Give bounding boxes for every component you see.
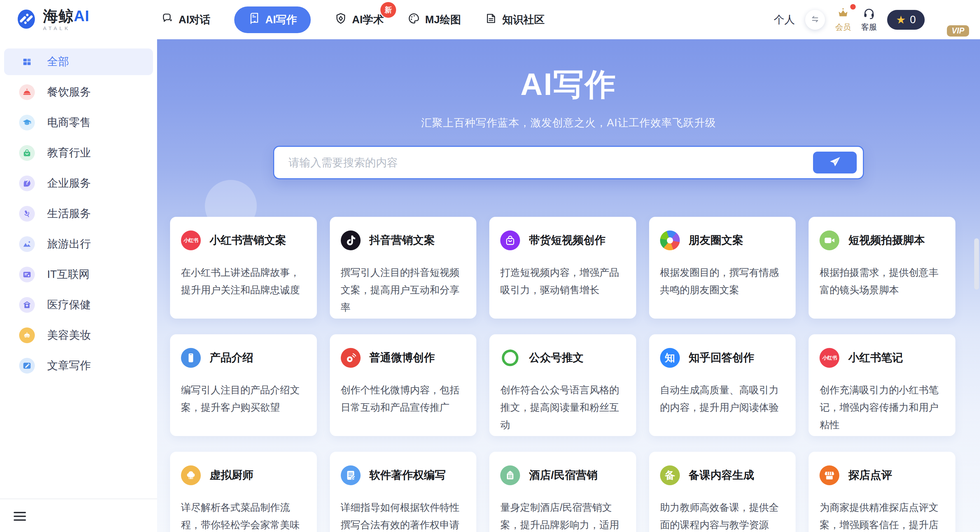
sidebar-item-all[interactable]: 全部: [4, 48, 153, 75]
template-card[interactable]: 知知乎回答创作 自动生成高质量、高吸引力的内容，提升用户阅读体验: [649, 334, 796, 436]
sidebar-item-catering[interactable]: 餐饮服务: [4, 79, 153, 105]
switch-mode-button[interactable]: [805, 10, 825, 30]
points-balance[interactable]: ★ 0: [887, 10, 925, 30]
swap-icon: [810, 14, 820, 25]
template-card[interactable]: 酒店/民宿营销 量身定制酒店/民宿营销文案，提升品牌影响力，适用于: [489, 452, 636, 532]
headset-icon: [862, 7, 875, 21]
template-card[interactable]: 小红书小红书营销文案 在小红书上讲述品牌故事，提升用户关注和品牌忠诚度: [170, 217, 317, 319]
brand-name: 海鲸AI: [43, 8, 89, 24]
sidebar-item-article-writing[interactable]: 文章写作: [4, 352, 153, 379]
decor-circle: [205, 180, 257, 232]
template-card[interactable]: 抖音营销文案 撰写引人注目的抖音短视频文案，提高用户互动和分享率: [330, 217, 477, 319]
document-pencil-icon: [341, 465, 361, 485]
chat-icon: [161, 12, 173, 27]
sidebar-item-medical[interactable]: 医疗保健: [4, 291, 153, 318]
template-card[interactable]: 产品介绍 编写引人注目的产品介绍文案，提升客户购买欲望: [170, 334, 317, 436]
nav-item-ai-academic[interactable]: AI学术 新: [335, 12, 384, 27]
graduation-cap-icon: [19, 115, 35, 131]
sidebar-item-travel[interactable]: 旅游出行: [4, 231, 153, 258]
phone-icon: [181, 348, 201, 368]
beret-icon: [19, 328, 35, 343]
nav-item-ai-chat[interactable]: AI对话: [161, 12, 210, 27]
star-icon: ★: [896, 13, 906, 26]
search-submit-button[interactable]: [813, 151, 857, 174]
pencil-square-icon: [19, 358, 35, 374]
video-camera-icon: [819, 231, 839, 250]
nav-item-ai-writing[interactable]: AI写作: [234, 6, 311, 33]
xiaohongshu-icon: 小红书: [819, 348, 839, 368]
user-avatar[interactable]: VIP: [935, 5, 964, 35]
nav-item-knowledge-community[interactable]: 知识社区: [485, 12, 545, 27]
notification-dot: [850, 4, 856, 10]
top-navbar: 海鲸AI ATALK AI对话 AI写作 AI学术 新 MJ绘图 知识社区 个人: [0, 0, 980, 39]
account-mode-label: 个人: [774, 13, 795, 27]
template-card[interactable]: 小红书小红书笔记 创作充满吸引力的小红书笔记，增强内容传播力和用户粘性: [808, 334, 955, 436]
main-nav: AI对话 AI写作 AI学术 新 MJ绘图 知识社区: [161, 6, 545, 33]
template-card[interactable]: 虚拟厨师 详尽解析各式菜品制作流程，带你轻松学会家常美味: [170, 452, 317, 532]
hospital-icon: [19, 297, 35, 313]
sidebar-item-lifestyle[interactable]: 生活服务: [4, 201, 153, 227]
shopping-bag-icon: [500, 231, 520, 250]
template-card[interactable]: 探店点评 为商家提供精准探店点评文案，增强顾客信任，提升店铺: [808, 452, 955, 532]
brand-tagline: ATALK: [43, 25, 89, 31]
page-title: AI写作: [157, 39, 980, 105]
weibo-icon: [341, 348, 361, 368]
collapse-menu-button[interactable]: [14, 510, 26, 523]
crown-icon: [837, 7, 850, 21]
food-cloche-icon: [19, 84, 35, 100]
chef-hat-icon: [181, 465, 201, 485]
hotel-icon: [500, 465, 520, 485]
brand-logo[interactable]: 海鲸AI ATALK: [16, 8, 89, 31]
community-book-icon: [485, 12, 497, 27]
xiaohongshu-icon: 小红书: [181, 231, 201, 250]
sidebar-divider: [0, 499, 157, 499]
id-card-icon: [19, 267, 35, 282]
points-value: 0: [910, 14, 916, 26]
template-card[interactable]: 朋友圈文案 根据发圈目的，撰写有情感共鸣的朋友圈文案: [649, 217, 796, 319]
palette-icon: [408, 12, 420, 27]
member-button[interactable]: 会员: [835, 7, 851, 32]
new-badge: 新: [380, 2, 396, 18]
scrollbar-thumb[interactable]: [974, 238, 979, 290]
shopping-bag-icon: [19, 145, 35, 161]
search-input[interactable]: [274, 147, 863, 178]
question-bubble-icon: ?: [19, 175, 35, 191]
wechat-swirl-icon: [500, 348, 520, 368]
academic-shield-icon: [335, 12, 347, 27]
sidebar-item-education[interactable]: 教育行业: [4, 140, 153, 166]
template-card[interactable]: 带货短视频创作 打造短视频内容，增强产品吸引力，驱动销售增长: [489, 217, 636, 319]
search-bar: [273, 146, 864, 179]
mountains-icon: [19, 236, 35, 252]
whale-logo-icon: [16, 8, 37, 31]
page-subtitle: 汇聚上百种写作蓝本，激发创意之火，AI让工作效率飞跃升级: [157, 116, 980, 130]
template-card[interactable]: 软件著作权编写 详细指导如何根据软件特性撰写合法有效的著作权申请文档: [330, 452, 477, 532]
book-icon: [248, 12, 260, 27]
zhihu-icon: 知: [660, 348, 680, 368]
category-sidebar: 全部 餐饮服务 电商零售 教育行业 ? 企业服务 生活服务 旅游出行 IT互联网: [0, 39, 157, 532]
sidebar-item-it-internet[interactable]: IT互联网: [4, 261, 153, 288]
template-card[interactable]: 短视频拍摄脚本 根据拍摄需求，提供创意丰富的镜头场景脚本: [808, 217, 955, 319]
template-card[interactable]: 公众号推文 创作符合公众号语言风格的推文，提高阅读量和粉丝互动: [489, 334, 636, 436]
lesson-prep-icon: 备: [660, 465, 680, 485]
sidebar-item-enterprise[interactable]: ? 企业服务: [4, 170, 153, 197]
grid-icon: [19, 54, 35, 70]
account-area: 个人 会员 客服 ★ 0 VIP: [774, 5, 964, 35]
template-card[interactable]: 普通微博创作 创作个性化微博内容，包括日常互动和产品宣传推广: [330, 334, 477, 436]
moments-pinwheel-icon: [660, 231, 680, 250]
nav-item-mj-drawing[interactable]: MJ绘图: [408, 12, 461, 27]
template-card[interactable]: 备备课内容生成 助力教师高效备课，提供全面的课程内容与教学资源: [649, 452, 796, 532]
main-content: AI写作 汇聚上百种写作蓝本，激发创意之火，AI让工作效率飞跃升级 小红书小红书…: [157, 39, 980, 532]
vip-badge: VIP: [947, 25, 969, 37]
template-card-grid: 小红书小红书营销文案 在小红书上讲述品牌故事，提升用户关注和品牌忠诚度 抖音营销…: [157, 217, 980, 532]
sidebar-item-beauty[interactable]: 美容美妆: [4, 322, 153, 349]
douyin-note-icon: [341, 231, 361, 250]
support-button[interactable]: 客服: [861, 7, 877, 32]
send-plane-icon: [828, 156, 842, 170]
sidebar-item-ecommerce[interactable]: 电商零售: [4, 109, 153, 136]
storefront-icon: [819, 465, 839, 485]
microphone-icon: [19, 206, 35, 221]
